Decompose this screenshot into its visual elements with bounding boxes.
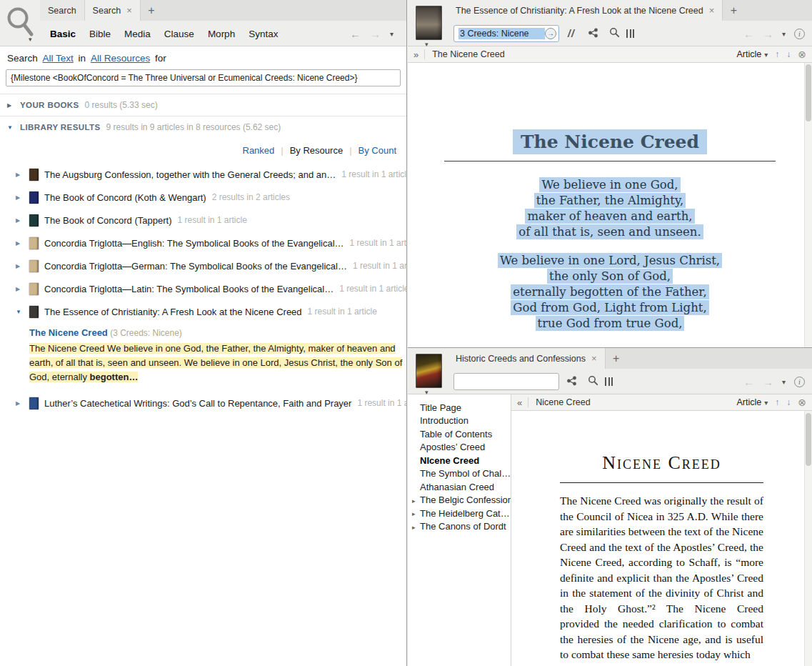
back-icon[interactable]: ← (350, 28, 361, 40)
reference-box[interactable]: 3 Creeds: Nicene → (453, 25, 559, 42)
tab-search-inactive[interactable]: Search (40, 0, 85, 21)
close-locator-icon[interactable]: ⊗ (798, 49, 806, 60)
result-title[interactable]: Concordia Triglotta—English: The Symboli… (44, 238, 344, 249)
all-text-link[interactable]: All Text (43, 53, 74, 64)
result-row[interactable]: ▶Luther’s Catechetical Writings: God’s C… (16, 392, 406, 414)
resource-cover[interactable] (416, 6, 442, 40)
parallel-resources-icon[interactable]: // (562, 28, 581, 39)
expand-icon[interactable]: ▶ (16, 194, 24, 201)
toc-item[interactable]: Apostles’ Creed (408, 441, 511, 454)
result-row[interactable]: ▶Concordia Triglotta—German: The Symboli… (16, 254, 406, 277)
expand-icon[interactable]: ▶ (16, 263, 24, 269)
search-mode-basic[interactable]: Basic (50, 29, 76, 39)
search-mode-syntax[interactable]: Syntax (249, 29, 278, 39)
tab-essence[interactable]: The Essence of Christianity: A Fresh Loo… (448, 0, 723, 21)
search-icon[interactable] (605, 27, 623, 40)
previous-article-icon[interactable]: ↑ (775, 49, 779, 59)
result-row[interactable]: ▶The Book of Concord (Koth & Wengart)2 r… (16, 186, 406, 209)
result-title[interactable]: Luther’s Catechetical Writings: God’s Ca… (44, 398, 351, 409)
toc-item[interactable]: The Symbol of Chal… (408, 467, 511, 481)
search-mode-clause[interactable]: Clause (164, 29, 194, 39)
new-tab-button[interactable]: + (723, 0, 744, 21)
result-row[interactable]: ▶The Augsburg Confession, together with … (16, 163, 406, 186)
back-icon[interactable]: ← (743, 376, 754, 388)
info-icon[interactable]: i (794, 377, 805, 387)
search-mode-morph[interactable]: Morph (208, 29, 235, 39)
resource-cover[interactable] (416, 354, 442, 388)
tab-search-active[interactable]: Search × (85, 0, 141, 21)
article-excerpt[interactable]: The Nicene Creed We believe in one God, … (29, 342, 404, 384)
info-icon[interactable]: i (794, 29, 805, 39)
result-title[interactable]: The Book of Concord (Tappert) (44, 215, 171, 226)
back-icon[interactable]: ← (743, 28, 754, 40)
toc-item[interactable]: NIcene Creed (408, 454, 511, 467)
next-article-icon[interactable]: ↓ (786, 49, 791, 59)
article-view-menu[interactable]: Article ▾ (737, 397, 768, 407)
collapse-icon[interactable]: ▼ (7, 124, 14, 131)
expand-icon[interactable]: ▸ (412, 522, 416, 534)
sort-option-ranked[interactable]: Ranked (243, 145, 275, 156)
all-resources-link[interactable]: All Resources (91, 53, 150, 64)
reference-box[interactable] (453, 373, 559, 390)
close-locator-icon[interactable]: ⊗ (798, 397, 806, 408)
panel-menu-caret-icon[interactable]: ▾ (425, 41, 428, 48)
history-menu-icon[interactable]: ▾ (782, 378, 786, 386)
expand-icon[interactable]: ▶ (16, 172, 24, 178)
new-tab-button[interactable]: + (141, 0, 162, 21)
scrollbar-thumb[interactable] (806, 413, 811, 466)
result-title[interactable]: Concordia Triglotta—German: The Symbolic… (44, 261, 347, 272)
new-tab-button[interactable]: + (606, 348, 627, 369)
previous-article-icon[interactable]: ↑ (775, 397, 779, 407)
close-tab-icon[interactable]: × (126, 5, 132, 16)
search-panel-icon[interactable]: ▾ (3, 3, 39, 44)
result-row[interactable]: ▼The Essence of Christianity: A Fresh Lo… (16, 300, 406, 323)
history-menu-icon[interactable]: ▾ (782, 30, 786, 38)
history-menu-icon[interactable]: ▾ (390, 30, 394, 38)
forward-icon[interactable]: → (763, 28, 773, 40)
toc-item[interactable]: Table of Contents (408, 427, 511, 441)
result-row[interactable]: ▶The Book of Concord (Tappert)1 result i… (16, 209, 406, 232)
toc-collapse-icon[interactable]: « (511, 397, 528, 408)
toc-item[interactable]: Athanasian Creed (408, 480, 511, 494)
toc-item[interactable]: ▸The Canons of Dordt (408, 520, 511, 534)
article-view-menu[interactable]: Article ▾ (737, 49, 768, 59)
library-results-section[interactable]: ▼ LIBRARY RESULTS 9 results in 9 article… (0, 116, 406, 138)
expand-icon[interactable]: ▸ (412, 509, 416, 520)
toc-item[interactable]: ▸The Heidelberg Cat… (408, 507, 511, 520)
article-link[interactable]: The Nicene Creed (29, 327, 108, 338)
toc-expand-icon[interactable]: » (408, 49, 424, 60)
close-tab-icon[interactable]: × (591, 353, 597, 364)
expand-icon[interactable]: ▶ (7, 102, 14, 109)
result-title[interactable]: The Book of Concord (Koth & Wengart) (44, 192, 206, 203)
creeds-document[interactable]: Nicene Creed The Nicene Creed was origin… (511, 411, 812, 666)
expand-icon[interactable]: ▶ (16, 240, 24, 247)
result-title[interactable]: The Essence of Christianity: A Fresh Loo… (44, 307, 302, 317)
columns-icon[interactable] (605, 377, 623, 386)
sort-option-by-resource[interactable]: By Resource (290, 145, 343, 156)
essence-document[interactable]: The Nicene Creed We believe in one God,t… (408, 63, 812, 347)
result-title[interactable]: The Augsburg Confession, together with t… (44, 169, 336, 180)
scrollbar[interactable] (804, 63, 812, 347)
collapse-icon[interactable]: ▼ (16, 309, 24, 315)
sort-option-by-count[interactable]: By Count (359, 145, 396, 156)
result-row[interactable]: ▶Concordia Triglotta—English: The Symbol… (16, 232, 406, 254)
expand-icon[interactable]: ▶ (16, 217, 24, 224)
toc-item[interactable]: Title Page (408, 401, 511, 414)
scrollbar-thumb[interactable] (806, 64, 811, 121)
expand-icon[interactable]: ▶ (16, 286, 24, 292)
cluster-icon[interactable] (562, 376, 581, 388)
forward-icon[interactable]: → (370, 28, 381, 40)
tab-creeds[interactable]: Historic Creeds and Confessions × (448, 348, 606, 369)
result-title[interactable]: Concordia Triglotta—Latin: The Symbolica… (44, 284, 334, 294)
expand-icon[interactable]: ▶ (16, 400, 24, 407)
search-mode-media[interactable]: Media (124, 29, 151, 39)
result-row[interactable]: ▶Concordia Triglotta—Latin: The Symbolic… (16, 277, 406, 300)
forward-icon[interactable]: → (763, 376, 773, 388)
search-icon[interactable] (583, 375, 602, 388)
your-books-section[interactable]: ▶ YOUR BOOKS 0 results (5.33 sec) (0, 94, 406, 116)
cluster-icon[interactable] (583, 28, 602, 40)
search-query-input[interactable] (6, 69, 401, 86)
toc-item[interactable]: Introduction (408, 414, 511, 428)
toc-item[interactable]: ▸The Belgic Confession (408, 494, 511, 507)
next-article-icon[interactable]: ↓ (786, 397, 791, 407)
